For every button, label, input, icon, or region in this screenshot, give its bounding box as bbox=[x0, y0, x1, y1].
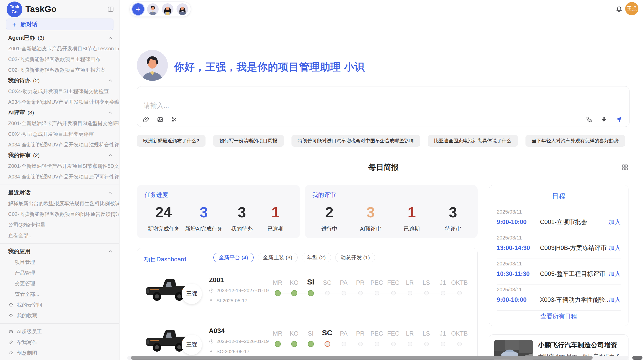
user-avatar[interactable]: 王强 bbox=[625, 2, 638, 15]
sidebar: Task Go TaskGo ＋ 新对话 Agent已办 (3) Z001-全新… bbox=[0, 0, 120, 360]
schedule-item: 2025/03/11 9:00-10:00 C001-立项审批会 加入 bbox=[497, 207, 621, 233]
view-all-link[interactable]: 查看全部... bbox=[0, 230, 119, 241]
collapse-sidebar-icon[interactable] bbox=[107, 6, 114, 13]
list-item[interactable]: C02-飞腾新能源轻客改款项目的闭环通告反馈情况 bbox=[0, 209, 119, 219]
sidebar-item-label: 我的收藏 bbox=[17, 312, 37, 319]
join-link[interactable]: 加入 bbox=[608, 270, 621, 278]
suggestion-chip[interactable]: 比亚迪全固态电池计划具体说了什么 bbox=[428, 135, 518, 147]
milestone-dot bbox=[358, 342, 363, 346]
list-item[interactable]: C0X4-动力总成开发项目SI里程碑提交物检查 bbox=[0, 86, 119, 97]
join-link[interactable]: 加入 bbox=[608, 296, 621, 304]
tab-new-body[interactable]: 全新上装 (3) bbox=[258, 253, 298, 262]
join-link[interactable]: 加入 bbox=[608, 218, 621, 226]
pen-icon bbox=[8, 339, 14, 345]
attachment-icon[interactable] bbox=[143, 116, 150, 123]
list-item[interactable]: C02-飞腾新能源轻客改款项目立项汇报方案 bbox=[0, 65, 119, 75]
section-title: AI评审 bbox=[8, 109, 25, 116]
sidebar-item-project-mgmt[interactable]: 项目管理 bbox=[0, 257, 119, 267]
logo-line-1: Task bbox=[10, 5, 19, 9]
section-my-todo[interactable]: 我的待办 (2) bbox=[0, 75, 119, 86]
chevron-up-icon bbox=[108, 190, 113, 196]
list-item[interactable]: Z001-全新燃油皮卡产品开发项目SI节点Lesson Learn报告 bbox=[0, 43, 119, 54]
suggestion-chip[interactable]: 欧洲新规最近颁布了什么? bbox=[137, 135, 206, 147]
list-item[interactable]: C02-飞腾新能源轻客改款项目里程碑画布 bbox=[0, 54, 119, 65]
section-count: (3) bbox=[38, 35, 44, 41]
list-item[interactable]: 公司Q3轻卡销量 bbox=[0, 219, 119, 230]
view-all-link[interactable]: 查看全部... bbox=[0, 289, 119, 299]
suggestion-chip[interactable]: 如何写一份清晰的项目周报 bbox=[213, 135, 284, 147]
sidebar-item-creative-draw[interactable]: 创意制图 bbox=[0, 348, 119, 358]
section-count: (3) bbox=[27, 110, 34, 116]
new-chat-button[interactable]: ＋ 新对话 bbox=[6, 19, 113, 30]
section-title: 最近对话 bbox=[8, 189, 31, 197]
sidebar-item-product-mgmt[interactable]: 产品管理 bbox=[0, 267, 119, 278]
dashboard-title: 项目Dashboard bbox=[144, 255, 186, 263]
schedule-time: 9:00-10:00 bbox=[497, 218, 540, 226]
metric: 2进行中 bbox=[315, 203, 343, 232]
scissors-icon[interactable] bbox=[171, 116, 178, 123]
avatar[interactable] bbox=[147, 3, 159, 15]
avatar[interactable] bbox=[162, 3, 173, 15]
project-dashboard-card: 项目Dashboard 全新平台 (4) 全新上装 (3) 年型 (2) 动总开… bbox=[137, 248, 478, 360]
project-flag: SC-2025-05-17 bbox=[216, 349, 250, 354]
milestone-dot-done bbox=[308, 341, 314, 347]
mic-icon[interactable] bbox=[601, 116, 607, 123]
list-item[interactable]: Z001-全新燃油轻卡产品开发项目SI节点属性5D文件评审 bbox=[0, 161, 119, 171]
milestone-label: KO bbox=[290, 330, 299, 337]
tab-model-year[interactable]: 年型 (2) bbox=[302, 253, 331, 262]
schedule-event-title: C003|H0B-方案冻结评审 bbox=[540, 244, 608, 252]
sidebar-header: Task Go TaskGo bbox=[0, 0, 119, 18]
tab-new-platform[interactable]: 全新平台 (4) bbox=[213, 253, 254, 262]
section-recent-chats[interactable]: 最近对话 bbox=[0, 187, 119, 198]
layout-grid-icon[interactable] bbox=[621, 163, 629, 171]
app-root: Task Go TaskGo ＋ 新对话 Agent已办 (3) Z001-全新… bbox=[0, 0, 644, 360]
list-item[interactable]: A034-全新新能源MUV产品开发项目法规符合性评审 bbox=[0, 139, 119, 150]
scrollbar-corner[interactable] bbox=[632, 356, 642, 360]
milestone-dot bbox=[457, 291, 462, 295]
owner-badge: 王强 bbox=[182, 335, 202, 355]
section-title: Agent已办 bbox=[8, 34, 35, 42]
section-my-review[interactable]: 我的评审 (2) bbox=[0, 150, 119, 161]
sidebar-item-favorites[interactable]: 我的收藏 bbox=[0, 310, 119, 321]
scrollbar-thumb[interactable] bbox=[131, 356, 593, 360]
list-item[interactable]: 解释最新出台的欧盟报废车法规再生塑料比例被调至15%... bbox=[0, 198, 119, 209]
send-icon[interactable] bbox=[615, 115, 623, 123]
list-item[interactable]: Z001-全新燃油轻卡产品开发项目SI造型提交物评审 bbox=[0, 118, 119, 129]
section-my-apps[interactable]: 我的应用 bbox=[0, 246, 119, 257]
section-agent-done[interactable]: Agent已办 (3) bbox=[0, 33, 119, 43]
join-link[interactable]: 加入 bbox=[608, 244, 621, 252]
assistant-avatar bbox=[137, 50, 168, 81]
project-row[interactable]: 王强 A034 2023-12-19~2026-01-19 SC-2025-05… bbox=[137, 324, 478, 360]
sidebar-item-change-mgmt[interactable]: 变更管理 bbox=[0, 278, 119, 289]
add-session-button[interactable]: ＋ bbox=[132, 3, 144, 15]
avatar[interactable] bbox=[177, 3, 188, 15]
project-row[interactable]: 王强 Z001 2023-12-19~2027-01-19 SI-2025-05… bbox=[137, 274, 478, 322]
session-switcher: ＋ bbox=[129, 2, 191, 17]
horizontal-scrollbar[interactable] bbox=[127, 356, 629, 360]
sidebar-item-help-write[interactable]: 帮我写作 bbox=[0, 337, 119, 348]
sidebar-item-ai-employee[interactable]: AI超级员工 bbox=[0, 326, 119, 337]
image-icon[interactable] bbox=[157, 116, 164, 123]
notification-bell-icon[interactable] bbox=[616, 6, 623, 13]
milestone-dot-overdue bbox=[325, 341, 330, 347]
list-item[interactable]: A034-全新新能源MUV产品开发项目造型可行性评审 bbox=[0, 171, 119, 182]
chat-input[interactable] bbox=[144, 102, 449, 110]
suggestion-chip[interactable]: 当下年轻人对汽车外观有怎样的喜好趋势 bbox=[525, 135, 625, 147]
list-item[interactable]: C0X4-动力总成开发项目工程变更评审 bbox=[0, 129, 119, 139]
schedule-time: 10:30-11:30 bbox=[497, 270, 540, 277]
sidebar-item-cloud-space[interactable]: 我的云空间 bbox=[0, 299, 119, 310]
milestone-track: MR KO SI SC PA PR PEC FEC LR LS J1 OKTB bbox=[269, 276, 468, 297]
milestone-label: KO bbox=[290, 279, 299, 286]
phone-icon[interactable] bbox=[586, 116, 593, 123]
section-ai-review[interactable]: AI评审 (3) bbox=[0, 107, 119, 118]
metric: 3待评审 bbox=[439, 203, 467, 232]
suggestion-chip[interactable]: 特朗普可能对进口汽车增税会对中国车企造成哪些影响 bbox=[291, 135, 420, 147]
project-name: A034 bbox=[209, 327, 225, 335]
app-logo: Task Go bbox=[7, 2, 22, 17]
list-item[interactable]: A034-全新新能源MUV产品开发项目计划变更类编写 bbox=[0, 97, 119, 107]
robot-icon bbox=[8, 329, 14, 334]
view-all-schedule-link[interactable]: 查看所有日程 bbox=[489, 312, 628, 320]
divider bbox=[0, 323, 119, 324]
milestone-dot bbox=[457, 342, 462, 346]
tab-powertrain[interactable]: 动总开发 (1) bbox=[335, 253, 375, 262]
